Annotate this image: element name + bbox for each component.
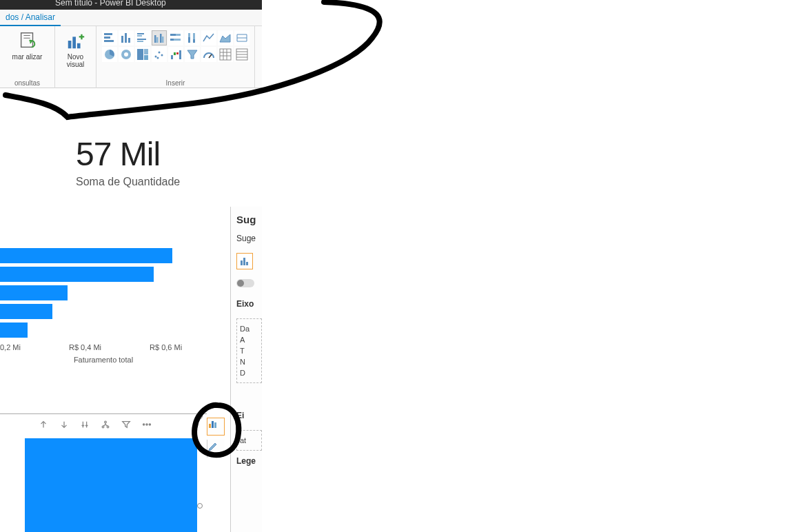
ribbon-group-inserir: Inserir: [96, 26, 255, 88]
ribbon-tab-analisar[interactable]: dos / Analisar: [0, 10, 61, 26]
selection-handle[interactable]: [197, 503, 203, 509]
svg-point-46: [143, 424, 144, 425]
pane-title: Sug: [236, 214, 262, 225]
svg-rect-36: [171, 55, 173, 59]
viz-matrix[interactable]: [218, 47, 233, 62]
transform-data-button[interactable]: mar alizar: [12, 30, 43, 61]
bar[interactable]: [0, 323, 28, 338]
values-field-well[interactable]: at: [236, 430, 262, 451]
ribbon-group-consultas: mar alizar onsultas: [0, 26, 55, 88]
viz-stacked-column-100[interactable]: [185, 30, 200, 45]
svg-rect-38: [176, 52, 179, 54]
bar[interactable]: [0, 285, 68, 300]
svg-rect-19: [176, 34, 181, 36]
viz-gauge[interactable]: [201, 47, 216, 62]
svg-line-40: [209, 54, 212, 58]
ribbon-group-inserir-label: Inserir: [96, 79, 254, 87]
svg-rect-51: [214, 422, 216, 428]
viz-funnel[interactable]: [185, 47, 200, 62]
viz-line[interactable]: [201, 30, 216, 45]
viz-clustered-column[interactable]: [152, 30, 167, 45]
axis2-section-label: Ei: [236, 411, 262, 420]
svg-rect-25: [193, 33, 195, 39]
svg-rect-29: [137, 49, 143, 60]
viz-ribbon[interactable]: [234, 30, 250, 45]
svg-rect-23: [188, 33, 190, 37]
svg-point-34: [161, 54, 163, 57]
filter-icon[interactable]: [121, 419, 132, 430]
field-item[interactable]: Da: [240, 323, 258, 334]
more-options-icon[interactable]: [141, 419, 152, 430]
column-chart-plus-icon: [65, 30, 86, 51]
svg-point-35: [156, 57, 159, 59]
svg-rect-17: [162, 37, 164, 43]
card-label: Soma de Quantidade: [76, 176, 180, 188]
drill-expand-icon[interactable]: [79, 419, 90, 430]
viz-stacked-column[interactable]: [119, 30, 134, 45]
svg-rect-21: [174, 39, 181, 41]
suggestion-viz-option[interactable]: [236, 253, 253, 269]
pane-subtitle: Suge: [236, 234, 262, 243]
field-item[interactable]: T: [240, 345, 258, 356]
novo-visual-button[interactable]: Novo visual: [65, 30, 86, 68]
svg-rect-11: [137, 35, 142, 37]
viz-clustered-bar[interactable]: [135, 30, 150, 45]
svg-rect-2: [72, 37, 76, 48]
svg-rect-1: [68, 41, 71, 48]
selection-handle[interactable]: [197, 413, 203, 419]
svg-rect-7: [121, 36, 123, 43]
svg-rect-41: [220, 49, 231, 60]
build-visual-tab[interactable]: [207, 418, 225, 436]
drill-up-icon[interactable]: [38, 419, 49, 430]
window-titlebar: Sem título - Power BI Desktop: [0, 0, 262, 10]
svg-rect-49: [209, 424, 211, 428]
viz-donut[interactable]: [119, 47, 134, 62]
legend-section-label: Lege: [236, 456, 262, 466]
svg-rect-53: [243, 258, 245, 265]
field-item[interactable]: N: [240, 356, 258, 367]
card-visual[interactable]: 57 Mil Soma de Quantidade: [76, 135, 180, 188]
field-item[interactable]: A: [240, 334, 258, 345]
bar[interactable]: [0, 304, 52, 319]
viz-stacked-bar[interactable]: [102, 30, 117, 45]
viz-pie[interactable]: [102, 47, 117, 62]
viz-scatter[interactable]: [152, 47, 167, 62]
svg-rect-52: [241, 260, 243, 265]
drill-hierarchy-icon[interactable]: [100, 419, 111, 430]
svg-point-47: [146, 424, 147, 425]
svg-rect-37: [174, 52, 176, 55]
ribbon-tab-row: dos / Analisar: [0, 10, 262, 26]
column-chart-visual[interactable]: [25, 438, 197, 532]
svg-rect-30: [144, 49, 148, 54]
svg-rect-13: [137, 41, 143, 42]
svg-rect-39: [179, 50, 181, 59]
viz-waterfall[interactable]: [168, 47, 183, 62]
drill-down-icon[interactable]: [59, 419, 70, 430]
viz-stacked-bar-100[interactable]: [168, 30, 183, 45]
svg-rect-8: [125, 33, 127, 43]
refresh-page-icon: [17, 30, 38, 51]
svg-point-32: [154, 56, 156, 58]
svg-rect-5: [104, 37, 110, 39]
svg-rect-10: [137, 33, 144, 34]
format-visual-tab[interactable]: [207, 440, 225, 458]
svg-rect-16: [160, 34, 162, 43]
field-item[interactable]: D: [240, 367, 258, 378]
bar[interactable]: [0, 248, 172, 263]
axis-field-well[interactable]: Da A T N D: [236, 318, 262, 383]
viz-table[interactable]: [234, 47, 250, 62]
field-item[interactable]: at: [240, 435, 258, 446]
x-tick: R$ 0,4 Mi: [69, 343, 101, 351]
suggestions-toggle[interactable]: [236, 279, 262, 289]
svg-rect-9: [128, 38, 130, 43]
viz-treemap[interactable]: [135, 47, 150, 62]
bar[interactable]: [0, 267, 154, 282]
ribbon-group-novo-visual: Novo visual: [55, 26, 96, 88]
visualization-gallery: [102, 30, 250, 62]
svg-rect-54: [246, 262, 248, 265]
bar-chart-visual[interactable]: 0,2 Mi R$ 0,4 Mi R$ 0,6 Mi Faturamento t…: [0, 248, 207, 364]
svg-rect-12: [137, 39, 146, 40]
viz-area[interactable]: [218, 30, 233, 45]
ribbon: mar alizar onsultas Novo visual: [0, 26, 262, 88]
axis-section-label: Eixo: [236, 299, 262, 309]
